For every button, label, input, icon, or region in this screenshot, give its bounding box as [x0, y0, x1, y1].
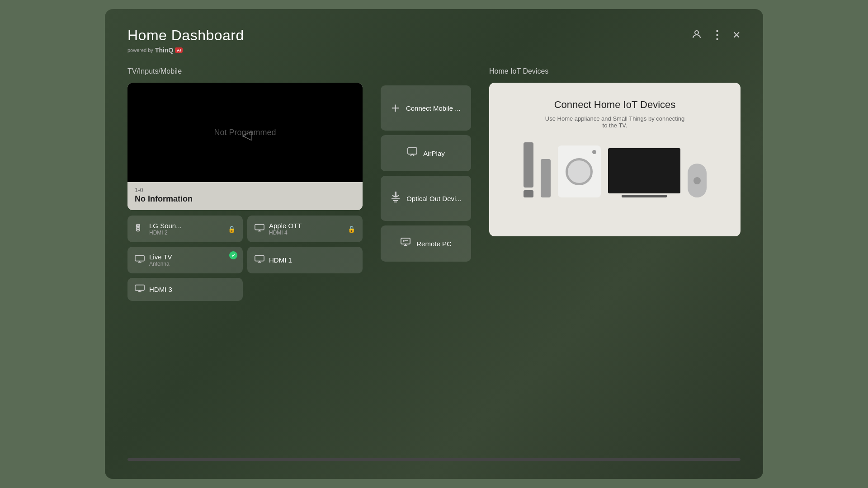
tv-inputs-section-title: TV/Inputs/Mobile: [127, 67, 363, 75]
apple-ott-lock: 🔒: [348, 225, 355, 233]
tv-screen: Not Programmed ◁: [127, 83, 363, 182]
page-title: Home Dashboard: [127, 27, 244, 44]
airplay-icon: [407, 147, 418, 160]
live-tv-active-badge: [229, 251, 237, 259]
apple-ott-name: Apple OTT: [269, 222, 343, 230]
soundbar-device: [524, 142, 533, 197]
tv-frame: Home Dashboard powered by ThinQ AI ⋮ ✕ T…: [105, 9, 763, 479]
live-tv-name: Live TV: [149, 253, 236, 261]
apple-ott-icon: [255, 224, 264, 234]
hdmi1-name: HDMI 1: [269, 256, 355, 264]
svg-rect-4: [255, 225, 264, 230]
iot-section-title: Home IoT Devices: [489, 67, 741, 75]
input-grid: LG Soun... HDMI 2 🔒 Apple OTT: [127, 216, 363, 301]
bottom-bar: [127, 458, 741, 461]
powered-by-text: powered by: [127, 47, 153, 53]
hdmi3-name: HDMI 3: [149, 286, 236, 293]
washer-device: [558, 145, 601, 197]
iot-card[interactable]: Connect Home IoT Devices Use Home applia…: [489, 83, 741, 236]
lg-sound-name: LG Soun...: [149, 222, 223, 230]
header-right: ⋮ ✕: [691, 29, 741, 42]
input-hdmi3[interactable]: HDMI 3: [127, 278, 243, 301]
hdmi3-icon: [135, 284, 145, 295]
svg-point-2: [137, 228, 139, 230]
svg-point-0: [695, 31, 698, 34]
lg-sound-icon: [135, 223, 145, 235]
header-left: Home Dashboard powered by ThinQ AI: [127, 27, 244, 54]
remote-pc-label: Remote PC: [416, 240, 452, 248]
optical-out-label: Optical Out Devi...: [406, 195, 462, 202]
right-section: Home IoT Devices Connect Home IoT Device…: [489, 67, 741, 449]
input-lg-sound[interactable]: LG Soun... HDMI 2 🔒: [127, 216, 243, 242]
connect-mobile-label: Connect Mobile ...: [406, 104, 461, 112]
hdmi1-icon: [255, 255, 264, 265]
lg-sound-info: LG Soun... HDMI 2: [149, 222, 223, 236]
tv-preview-card[interactable]: Not Programmed ◁ 1-0 No Information: [127, 83, 363, 210]
apple-ott-sub: HDMI 4: [269, 230, 343, 236]
optical-out-icon: [390, 192, 401, 205]
optical-out-card[interactable]: Optical Out Devi...: [381, 176, 471, 221]
svg-rect-3: [137, 225, 140, 227]
svg-rect-6: [255, 256, 264, 261]
menu-icon[interactable]: ⋮: [711, 29, 723, 41]
svg-rect-5: [135, 256, 144, 261]
input-live-tv[interactable]: Live TV Antenna: [127, 247, 243, 273]
user-icon[interactable]: [691, 29, 702, 42]
remote-pc-icon: [400, 237, 411, 250]
close-icon[interactable]: ✕: [732, 30, 741, 40]
svg-rect-7: [135, 285, 144, 291]
iot-card-title: Connect Home IoT Devices: [554, 99, 676, 111]
main-content: TV/Inputs/Mobile Not Programmed ◁ 1-0 No…: [127, 67, 741, 449]
airplay-label: AirPlay: [423, 150, 445, 157]
hdmi3-info: HDMI 3: [149, 286, 236, 293]
lg-sound-lock: 🔒: [228, 225, 236, 233]
left-section: TV/Inputs/Mobile Not Programmed ◁ 1-0 No…: [127, 67, 363, 449]
tv-status: No Information: [135, 194, 355, 204]
plus-icon: +: [391, 101, 400, 115]
remote-pc-card[interactable]: Remote PC: [381, 225, 471, 262]
header: Home Dashboard powered by ThinQ AI ⋮ ✕: [127, 27, 741, 54]
airplay-card[interactable]: AirPlay: [381, 135, 471, 171]
live-tv-sub: Antenna: [149, 261, 236, 267]
svg-point-11: [403, 240, 404, 241]
iot-card-desc: Use Home appliance and Small Things by c…: [542, 115, 687, 129]
live-tv-icon: [135, 255, 145, 265]
tv-channel: 1-0: [135, 187, 355, 193]
thinq-logo: powered by ThinQ AI: [127, 47, 244, 54]
live-tv-info: Live TV Antenna: [149, 253, 236, 267]
thinq-text: ThinQ: [155, 47, 173, 54]
input-hdmi1[interactable]: HDMI 1: [247, 247, 363, 273]
ai-badge: AI: [175, 47, 183, 53]
tv-info: 1-0 No Information: [127, 182, 363, 210]
svg-rect-8: [408, 148, 417, 154]
lg-sound-sub: HDMI 2: [149, 230, 223, 236]
middle-section: + Connect Mobile ... AirPlay: [381, 85, 471, 449]
apple-ott-info: Apple OTT HDMI 4: [269, 222, 343, 236]
speaker-round-device: [688, 164, 707, 197]
cursor-icon: ◁: [242, 127, 252, 142]
input-apple-ott[interactable]: Apple OTT HDMI 4 🔒: [247, 216, 363, 242]
devices-illustration: [524, 142, 707, 197]
speaker-tall-device: [541, 159, 551, 197]
connect-mobile-card[interactable]: + Connect Mobile ...: [381, 85, 471, 131]
tv-device: [608, 148, 680, 197]
hdmi1-info: HDMI 1: [269, 256, 355, 264]
